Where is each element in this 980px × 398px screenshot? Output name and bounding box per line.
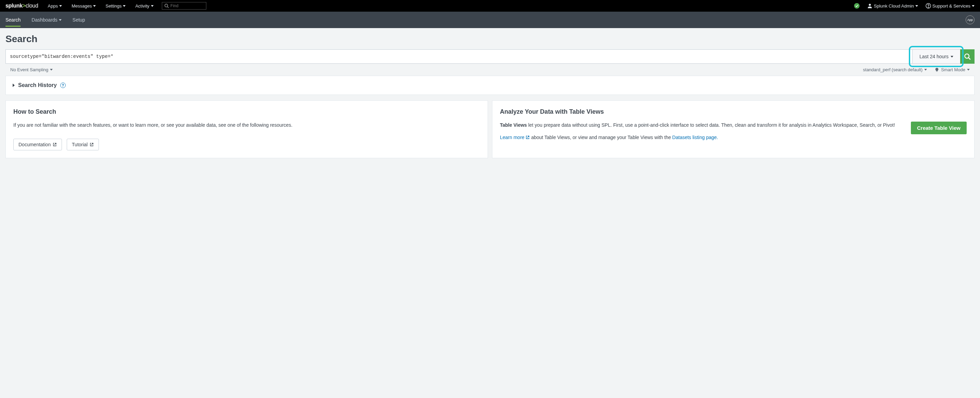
search-query-input[interactable]: sourcetype="bitwarden:events" type=* [5,50,912,64]
search-mode-label: Smart Mode [941,67,965,72]
page-title: Search [5,34,975,45]
caret-down-icon [59,5,62,7]
search-icon [964,53,971,60]
caret-down-icon [50,69,53,70]
subnav-setup[interactable]: Setup [73,13,85,27]
search-query-text: sourcetype="bitwarden:events" type=* [10,54,113,59]
external-link-icon [526,135,530,139]
workload-dropdown[interactable]: standard_perf (search default) [863,67,927,72]
how-to-title: How to Search [13,108,480,115]
top-nav: Apps Messages Settings Activity [48,3,154,8]
search-bar: sourcetype="bitwarden:events" type=* Las… [5,50,975,64]
subnav-search[interactable]: Search [5,13,21,27]
nav-activity-label: Activity [135,3,149,8]
table-views-body2: Learn more about Table Views, or view an… [500,134,904,141]
table-views-card: Analyze Your Data with Table Views Table… [492,100,975,158]
event-sampling-dropdown[interactable]: No Event Sampling [10,67,53,72]
table-views-title: Analyze Your Data with Table Views [500,108,967,115]
nav-messages[interactable]: Messages [72,3,96,8]
documentation-label: Documentation [19,142,51,147]
find-box[interactable] [162,2,206,10]
user-menu[interactable]: Splunk Cloud Admin [867,3,918,8]
create-table-view-label: Create Table View [917,125,961,131]
nav-settings[interactable]: Settings [105,3,126,8]
caret-down-icon [59,19,62,21]
table-views-bold: Table Views [500,122,527,128]
info-cards-row: How to Search If you are not familiar wi… [5,100,975,158]
user-label: Splunk Cloud Admin [874,3,914,8]
table-views-body2-mid: about Table Views, or view and manage yo… [531,134,672,140]
how-to-body: If you are not familiar with the search … [13,121,480,129]
subnav-setup-label: Setup [73,17,85,22]
nav-settings-label: Settings [105,3,121,8]
subnav-dashboards[interactable]: Dashboards [32,13,62,27]
caret-down-icon [151,5,154,7]
page-body: Search sourcetype="bitwarden:events" typ… [0,28,980,164]
lightbulb-icon [934,67,939,72]
tutorial-label: Tutorial [72,142,88,147]
logo-chevron: > [22,3,25,8]
time-range-dropdown[interactable]: Last 24 hours [912,50,960,64]
caret-down-icon [972,5,975,7]
caret-down-icon [967,69,970,70]
tutorial-button[interactable]: Tutorial [67,139,99,150]
search-submit-button[interactable] [960,50,975,64]
logo-text-prefix: splunk [5,3,22,8]
svg-point-5 [965,54,969,59]
help-icon [926,3,931,8]
nav-messages-label: Messages [72,3,92,8]
svg-point-2 [869,4,871,6]
caret-down-icon [951,56,953,58]
external-link-icon [90,142,94,147]
documentation-button[interactable]: Documentation [13,139,62,150]
top-bar: splunk>cloud Apps Messages Settings Acti… [0,0,980,12]
svg-point-0 [165,4,167,7]
svg-line-1 [167,7,169,8]
event-sampling-label: No Event Sampling [10,67,48,72]
caret-down-icon [924,69,927,70]
logo-text-suffix: cloud [25,3,38,8]
user-icon [867,3,873,8]
search-icon [164,3,169,8]
table-views-body1: Table Views let you prepare data without… [500,121,904,129]
svg-line-6 [969,58,970,59]
search-history-title: Search History [18,82,57,88]
app-badge-label: App [967,18,973,22]
find-input[interactable] [170,3,204,8]
caret-down-icon [123,5,126,7]
how-to-search-card: How to Search If you are not familiar wi… [5,100,488,158]
search-options-row: No Event Sampling standard_perf (search … [5,64,975,76]
time-range-label: Last 24 hours [920,54,948,59]
logo: splunk>cloud [5,3,38,9]
subnav-dashboards-label: Dashboards [32,17,57,22]
workload-label: standard_perf (search default) [863,67,923,72]
caret-down-icon [915,5,918,7]
caret-down-icon [93,5,96,7]
external-link-icon [53,142,57,147]
nav-apps[interactable]: Apps [48,3,62,8]
nav-activity[interactable]: Activity [135,3,153,8]
search-history-card[interactable]: Search History ? [5,76,975,95]
chevron-right-icon [13,83,15,87]
subnav-search-label: Search [5,17,21,22]
nav-apps-label: Apps [48,3,58,8]
support-menu[interactable]: Support & Services [926,3,975,8]
sub-bar: Search Dashboards Setup App [0,12,980,28]
sub-nav: Search Dashboards Setup [5,13,85,27]
help-icon[interactable]: ? [60,83,66,88]
search-mode-dropdown[interactable]: Smart Mode [934,67,970,72]
svg-point-4 [928,7,928,7]
create-table-view-button[interactable]: Create Table View [911,121,967,134]
topbar-right: Splunk Cloud Admin Support & Services [854,3,975,8]
datasets-link[interactable]: Datasets listing page. [672,134,718,140]
status-ok-icon[interactable] [854,3,859,8]
table-views-body1-text: let you prepare data without using SPL. … [527,122,895,128]
support-label: Support & Services [932,3,970,8]
app-badge[interactable]: App [966,15,975,24]
learn-more-label: Learn more [500,134,525,140]
learn-more-link[interactable]: Learn more [500,134,531,140]
